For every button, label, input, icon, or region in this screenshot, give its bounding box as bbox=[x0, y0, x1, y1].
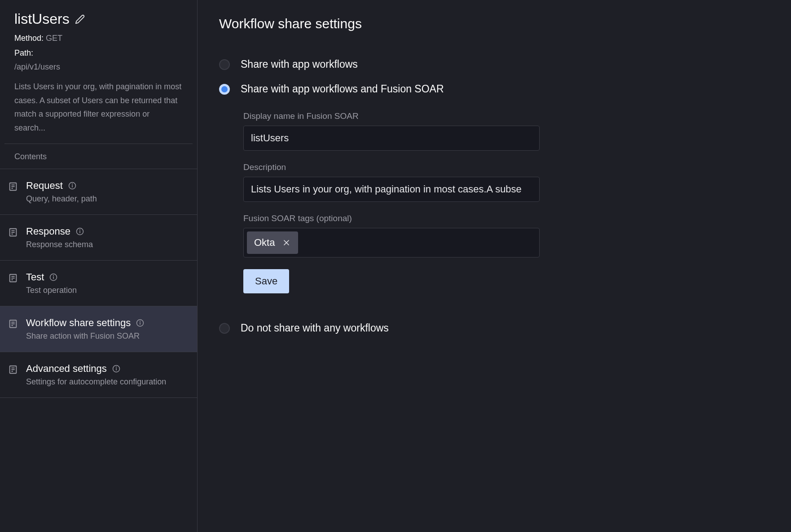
radio-label: Share with app workflows bbox=[241, 58, 358, 70]
display-name-label: Display name in Fusion SOAR bbox=[243, 111, 540, 121]
nav-item-workflow-share[interactable]: Workflow share settings Share action wit… bbox=[0, 306, 197, 352]
nav-subtitle: Share action with Fusion SOAR bbox=[26, 331, 144, 341]
tag-text: Okta bbox=[254, 237, 275, 249]
document-icon bbox=[8, 273, 18, 283]
radio-option-app-and-fusion[interactable]: Share with app workflows and Fusion SOAR bbox=[219, 83, 769, 95]
nav-text: Workflow share settings Share action wit… bbox=[26, 317, 144, 341]
tags-input[interactable]: Okta bbox=[243, 228, 540, 257]
nav-text: Request Query, header, path bbox=[26, 180, 97, 204]
display-name-field: Display name in Fusion SOAR bbox=[243, 111, 540, 151]
method-value: GET bbox=[46, 34, 62, 43]
svg-point-34 bbox=[116, 367, 116, 367]
nav-title: Workflow share settings bbox=[26, 317, 131, 329]
sidebar: listUsers Method: GET Path: /api/v1/user… bbox=[0, 0, 198, 532]
nav-text: Response Response schema bbox=[26, 226, 93, 249]
svg-point-20 bbox=[53, 275, 54, 276]
nav-item-test[interactable]: Test Test operation bbox=[0, 260, 197, 306]
nav-title-row: Request bbox=[26, 180, 97, 192]
nav-text: Test Test operation bbox=[26, 271, 77, 295]
display-name-input[interactable] bbox=[243, 126, 540, 151]
nav-item-response[interactable]: Response Response schema bbox=[0, 214, 197, 260]
nav-subtitle: Settings for autocomplete configuration bbox=[26, 377, 166, 387]
info-icon[interactable] bbox=[49, 273, 57, 281]
nav-title: Request bbox=[26, 180, 63, 192]
nav-list: Request Query, header, path bbox=[0, 169, 197, 398]
nav-subtitle: Test operation bbox=[26, 286, 77, 295]
method-label: Method: bbox=[14, 34, 44, 43]
svg-point-13 bbox=[80, 230, 80, 230]
path-value: /api/v1/users bbox=[14, 62, 183, 72]
description-input[interactable] bbox=[243, 177, 540, 202]
close-icon[interactable] bbox=[282, 238, 291, 247]
nav-title-row: Workflow share settings bbox=[26, 317, 144, 329]
svg-point-27 bbox=[140, 321, 141, 322]
description-field: Description bbox=[243, 162, 540, 202]
method-row: Method: GET bbox=[14, 34, 183, 43]
nav-title-row: Response bbox=[26, 226, 93, 237]
tags-label: Fusion SOAR tags (optional) bbox=[243, 214, 540, 223]
nav-title-row: Advanced settings bbox=[26, 363, 166, 375]
nav-title-row: Test bbox=[26, 271, 77, 283]
document-icon bbox=[8, 227, 18, 237]
path-label: Path: bbox=[14, 48, 183, 58]
document-icon bbox=[8, 182, 18, 192]
edit-icon[interactable] bbox=[75, 14, 85, 24]
description-label: Description bbox=[243, 162, 540, 172]
info-icon[interactable] bbox=[136, 319, 144, 327]
radio-label: Share with app workflows and Fusion SOAR bbox=[241, 83, 444, 95]
nav-item-request[interactable]: Request Query, header, path bbox=[0, 169, 197, 214]
info-icon[interactable] bbox=[68, 182, 76, 190]
api-description: Lists Users in your org, with pagination… bbox=[14, 80, 183, 135]
nav-item-advanced[interactable]: Advanced settings Settings for autocompl… bbox=[0, 352, 197, 398]
svg-point-6 bbox=[72, 184, 73, 184]
page-title: Workflow share settings bbox=[219, 16, 769, 31]
nav-subtitle: Response schema bbox=[26, 240, 93, 249]
nav-title: Advanced settings bbox=[26, 363, 107, 375]
radio-icon[interactable] bbox=[219, 59, 230, 70]
info-icon[interactable] bbox=[76, 227, 84, 235]
nav-subtitle: Query, header, path bbox=[26, 194, 97, 204]
share-options-group: Share with app workflows Share with app … bbox=[219, 58, 769, 334]
title-row: listUsers bbox=[14, 11, 183, 27]
radio-option-do-not-share[interactable]: Do not share with any workflows bbox=[219, 322, 769, 334]
nav-title: Test bbox=[26, 271, 44, 283]
sidebar-header: listUsers Method: GET Path: /api/v1/user… bbox=[0, 0, 197, 144]
document-icon bbox=[8, 319, 18, 329]
radio-icon[interactable] bbox=[219, 84, 230, 95]
radio-icon[interactable] bbox=[219, 323, 230, 334]
api-title: listUsers bbox=[14, 11, 70, 27]
contents-label: Contents bbox=[0, 144, 197, 169]
nav-title: Response bbox=[26, 226, 70, 237]
fusion-soar-form: Display name in Fusion SOAR Description … bbox=[243, 111, 540, 293]
tag-chip: Okta bbox=[247, 231, 298, 254]
main-content: Workflow share settings Share with app w… bbox=[198, 0, 791, 532]
info-icon[interactable] bbox=[112, 365, 120, 373]
tags-field: Fusion SOAR tags (optional) Okta bbox=[243, 214, 540, 257]
document-icon bbox=[8, 365, 18, 375]
radio-label: Do not share with any workflows bbox=[241, 322, 389, 334]
radio-option-app-workflows[interactable]: Share with app workflows bbox=[219, 58, 769, 70]
nav-text: Advanced settings Settings for autocompl… bbox=[26, 363, 166, 387]
save-button[interactable]: Save bbox=[243, 269, 289, 293]
